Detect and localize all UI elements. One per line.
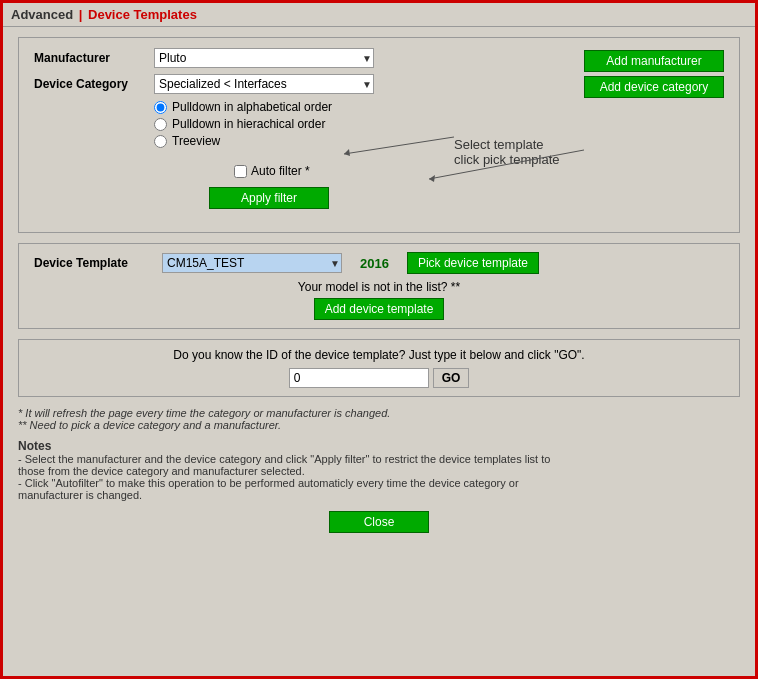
device-category-row: Device Category Specialized < Interfaces… [34, 74, 564, 94]
filter-section: Manufacturer Pluto ▼ Device Category [18, 37, 740, 233]
device-template-year: 2016 [360, 256, 389, 271]
id-input-row: GO [34, 368, 724, 388]
main-window: Advanced | Device Templates Manufacturer… [0, 0, 758, 679]
filter-area: Select template click pick template [34, 152, 564, 222]
svg-marker-3 [429, 175, 435, 182]
title-separator: | [75, 7, 86, 22]
notes-title: Notes [18, 439, 740, 453]
auto-filter-row: Auto filter * [234, 164, 310, 178]
auto-filter-checkbox[interactable] [234, 165, 247, 178]
notes-line3: - Click "Autofilter" to make this operat… [18, 477, 740, 489]
device-template-row: Device Template CM15A_TEST ▼ 2016 Pick d… [34, 252, 724, 274]
go-button[interactable]: GO [433, 368, 470, 388]
title-page: Device Templates [88, 7, 197, 22]
radio-alphabetical-row: Pulldown in alphabetical order [154, 100, 564, 114]
model-not-found-section: Your model is not in the list? ** Add de… [34, 280, 724, 320]
manufacturer-select-wrapper: Pluto ▼ [154, 48, 374, 68]
footnote-2: ** Need to pick a device category and a … [18, 419, 740, 431]
radio-hierarchical-label: Pulldown in hierachical order [172, 117, 325, 131]
radio-hierarchical-row: Pulldown in hierachical order [154, 117, 564, 131]
close-button-row: Close [18, 511, 740, 533]
device-template-section: Device Template CM15A_TEST ▼ 2016 Pick d… [18, 243, 740, 329]
id-section: Do you know the ID of the device templat… [18, 339, 740, 397]
top-right-buttons: Add manufacturer Add device category [564, 48, 724, 222]
notes-section: Notes - Select the manufacturer and the … [18, 439, 740, 501]
notes-line2: those from the device category and manuf… [18, 465, 740, 477]
svg-line-0 [344, 137, 454, 154]
device-template-select-wrapper: CM15A_TEST ▼ [162, 253, 342, 273]
title-advanced: Advanced [11, 7, 73, 22]
title-bar: Advanced | Device Templates [3, 3, 755, 27]
radio-hierarchical[interactable] [154, 118, 167, 131]
add-device-category-button[interactable]: Add device category [584, 76, 724, 98]
device-template-label: Device Template [34, 256, 154, 270]
svg-marker-1 [344, 149, 350, 156]
close-button[interactable]: Close [329, 511, 429, 533]
model-not-found-text: Your model is not in the list? ** [34, 280, 724, 294]
manufacturer-label: Manufacturer [34, 51, 154, 65]
svg-line-2 [429, 150, 584, 179]
add-manufacturer-button[interactable]: Add manufacturer [584, 50, 724, 72]
add-device-template-button[interactable]: Add device template [314, 298, 445, 320]
notes-line4: manufacturer is changed. [18, 489, 740, 501]
id-input[interactable] [289, 368, 429, 388]
device-template-select[interactable]: CM15A_TEST [162, 253, 342, 273]
pick-device-template-button[interactable]: Pick device template [407, 252, 539, 274]
manufacturer-select[interactable]: Pluto [154, 48, 374, 68]
apply-filter-wrapper: Apply filter [209, 187, 329, 209]
footnotes: * It will refresh the page every time th… [18, 407, 740, 431]
id-section-title: Do you know the ID of the device templat… [34, 348, 724, 362]
notes-line1: - Select the manufacturer and the device… [18, 453, 740, 465]
manufacturer-row: Manufacturer Pluto ▼ [34, 48, 564, 68]
auto-filter-label: Auto filter * [251, 164, 310, 178]
device-category-label: Device Category [34, 77, 154, 91]
radio-alphabetical[interactable] [154, 101, 167, 114]
device-category-select[interactable]: Specialized < Interfaces [154, 74, 374, 94]
radio-alphabetical-label: Pulldown in alphabetical order [172, 100, 332, 114]
apply-filter-button[interactable]: Apply filter [209, 187, 329, 209]
device-category-select-wrapper: Specialized < Interfaces ▼ [154, 74, 374, 94]
footnote-1: * It will refresh the page every time th… [18, 407, 740, 419]
